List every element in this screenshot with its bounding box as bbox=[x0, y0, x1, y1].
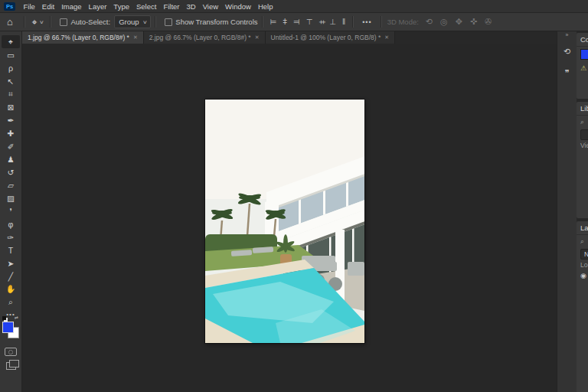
document-area: 1.jpg @ 66.7% (Layer 0, RGB/8#) *✕2.jpg … bbox=[22, 31, 557, 392]
tab-title: 1.jpg @ 66.7% (Layer 0, RGB/8#) * bbox=[28, 34, 129, 41]
screen-mode-button[interactable] bbox=[6, 362, 16, 370]
collapse-panels-icon[interactable]: » bbox=[566, 32, 569, 37]
pen-tool[interactable]: ✑ bbox=[2, 230, 20, 243]
search-icon[interactable]: ⌕ bbox=[580, 118, 584, 126]
eraser-tool-icon: ▱ bbox=[8, 181, 14, 190]
history-brush-tool-icon: ↺ bbox=[8, 168, 15, 177]
separator bbox=[24, 16, 25, 28]
document-tab-3[interactable]: Untitled-1 @ 100% (Layer 0, RGB/8) *✕ bbox=[266, 31, 396, 44]
layers-panel-title: Layers bbox=[577, 221, 588, 235]
brush-tool-icon: ✐ bbox=[8, 142, 15, 151]
clone-stamp-tool-icon: ♟ bbox=[7, 155, 14, 164]
tab-close-icon[interactable]: ✕ bbox=[133, 34, 138, 41]
rectangular-marquee-tool-icon: ▭ bbox=[7, 51, 15, 60]
eraser-tool[interactable]: ▱ bbox=[2, 178, 20, 191]
lock-label: Lock: bbox=[580, 261, 588, 269]
crop-tool-icon: ⌗ bbox=[8, 89, 13, 99]
document-canvas[interactable] bbox=[205, 100, 364, 343]
distribute-icon[interactable]: ‖ bbox=[339, 18, 348, 26]
more-align-options-icon[interactable]: ••• bbox=[358, 18, 376, 26]
menu-item-view[interactable]: View bbox=[199, 1, 221, 12]
layer-visibility-eye-icon[interactable]: ◉ bbox=[580, 272, 588, 279]
foreground-color-swatch[interactable] bbox=[2, 322, 14, 333]
3d-camera-icon: ✇ bbox=[481, 17, 495, 26]
canvas-pasteboard[interactable] bbox=[22, 44, 557, 392]
menu-item-layer[interactable]: Layer bbox=[85, 1, 110, 12]
menu-item-type[interactable]: Type bbox=[110, 1, 133, 12]
home-icon[interactable]: ⌂ bbox=[0, 14, 20, 31]
object-selection-tool[interactable]: ↖ bbox=[2, 74, 20, 87]
auto-select-group-dropdown[interactable]: Group ∨ bbox=[114, 15, 151, 28]
menu-item-image[interactable]: Image bbox=[58, 1, 85, 12]
workspace: ⌖▭ρ↖⌗⊠✒✚✐♟↺▱▨❜φ✑T➤╱✋⌕•••⇄ 1.jpg @ 66.7% … bbox=[0, 31, 588, 392]
quick-mask-button[interactable] bbox=[5, 348, 17, 356]
menu-item-help[interactable]: Help bbox=[254, 1, 276, 12]
dodge-tool[interactable]: φ bbox=[2, 217, 20, 230]
foreground-color-swatch[interactable] bbox=[580, 49, 588, 60]
align-vertical-centers-icon[interactable]: ǂ bbox=[312, 17, 329, 28]
line-tool[interactable]: ╱ bbox=[2, 270, 20, 283]
path-selection-tool[interactable]: ➤ bbox=[2, 256, 20, 270]
menu-item-select[interactable]: Select bbox=[132, 1, 159, 12]
history-brush-tool[interactable]: ↺ bbox=[2, 165, 20, 178]
tab-title: 2.jpg @ 66.7% (Layer 0, RGB/8#) * bbox=[149, 34, 251, 41]
spot-healing-brush-tool-icon: ✚ bbox=[8, 129, 15, 138]
comments-panel-icon[interactable]: ❞ bbox=[559, 65, 575, 80]
clone-stamp-tool[interactable]: ♟ bbox=[2, 152, 20, 165]
dodge-tool-icon: φ bbox=[8, 220, 14, 229]
align-right-edges-icon[interactable]: ⊨ bbox=[290, 14, 303, 31]
zoom-tool-icon: ⌕ bbox=[8, 297, 13, 307]
frame-tool[interactable]: ⊠ bbox=[2, 100, 20, 113]
crop-tool[interactable]: ⌗ bbox=[2, 87, 20, 100]
rectangular-marquee-tool[interactable]: ▭ bbox=[2, 48, 20, 61]
3d-mode-label: 3D Mode: bbox=[387, 18, 419, 26]
3d-orbit-icon: ⟲ bbox=[422, 17, 436, 26]
brush-tool[interactable]: ✐ bbox=[2, 139, 20, 152]
line-tool-icon: ╱ bbox=[8, 272, 13, 281]
move-tool-icon: ⌖ bbox=[32, 17, 38, 28]
gradient-tool[interactable]: ▨ bbox=[2, 191, 20, 204]
search-icon[interactable]: ⌕ bbox=[580, 237, 584, 246]
document-tab-2[interactable]: 2.jpg @ 66.7% (Layer 0, RGB/8#) *✕ bbox=[144, 31, 266, 44]
move-tool-icon: ⌖ bbox=[8, 37, 13, 47]
default-colors-icon[interactable] bbox=[2, 316, 6, 320]
hand-tool[interactable]: ✋ bbox=[2, 283, 20, 296]
swap-colors-icon[interactable]: ⇄ bbox=[15, 315, 18, 320]
color-control: ⇄ bbox=[2, 322, 19, 340]
move-tool[interactable]: ⌖ bbox=[2, 35, 20, 48]
libraries-panel[interactable]: Libraries ⌕ View by type bbox=[577, 102, 588, 218]
photoshop-logo-icon[interactable]: Ps bbox=[4, 2, 15, 11]
zoom-tool[interactable]: ⌕ bbox=[2, 296, 20, 309]
auto-select-checkbox[interactable] bbox=[60, 18, 67, 26]
layers-panel[interactable]: Layers ⌕ Normal Lock: ◉ bbox=[577, 221, 588, 392]
document-tab-1[interactable]: 1.jpg @ 66.7% (Layer 0, RGB/8#) *✕ bbox=[22, 31, 144, 44]
current-tool-button[interactable]: ⌖ ∨ bbox=[29, 17, 47, 28]
blend-mode-dropdown[interactable]: Normal bbox=[580, 249, 588, 260]
show-transform-checkbox[interactable] bbox=[165, 18, 172, 26]
tab-close-icon[interactable]: ✕ bbox=[384, 34, 389, 41]
menu-item-3d[interactable]: 3D bbox=[183, 1, 199, 12]
menu-item-file[interactable]: File bbox=[20, 1, 38, 12]
villa-pool-photo bbox=[205, 100, 364, 343]
libraries-button[interactable] bbox=[580, 129, 588, 140]
chevron-down-icon: ∨ bbox=[39, 19, 44, 25]
tab-close-icon[interactable]: ✕ bbox=[255, 34, 260, 41]
3d-roll-icon: ◎ bbox=[436, 17, 452, 26]
type-tool-icon: T bbox=[8, 246, 13, 255]
spot-healing-brush-tool[interactable]: ✚ bbox=[2, 126, 20, 139]
menu-items: FileEditImageLayerTypeSelectFilter3DView… bbox=[20, 1, 276, 12]
align-horizontal-centers-icon[interactable]: ǂ bbox=[279, 18, 290, 26]
type-tool[interactable]: T bbox=[2, 243, 20, 256]
menu-item-window[interactable]: Window bbox=[222, 1, 255, 12]
blur-tool[interactable]: ❜ bbox=[2, 204, 20, 217]
color-panel[interactable]: Color ⚠ bbox=[577, 33, 588, 99]
history-panel-icon[interactable]: ⟲ bbox=[559, 44, 575, 59]
panel-dock-strip: » ⟲❞ bbox=[557, 31, 577, 392]
3d-mode-icons: ⟲◎✥✜✇ bbox=[422, 17, 495, 27]
menu-item-edit[interactable]: Edit bbox=[38, 1, 57, 12]
align-left-edges-icon[interactable]: ⊨ bbox=[267, 18, 280, 26]
menu-item-filter[interactable]: Filter bbox=[160, 1, 183, 12]
lasso-tool[interactable]: ρ bbox=[2, 61, 20, 74]
tool-bar: ⌖▭ρ↖⌗⊠✒✚✐♟↺▱▨❜φ✑T➤╱✋⌕•••⇄ bbox=[0, 31, 22, 392]
eyedropper-tool[interactable]: ✒ bbox=[2, 113, 20, 126]
